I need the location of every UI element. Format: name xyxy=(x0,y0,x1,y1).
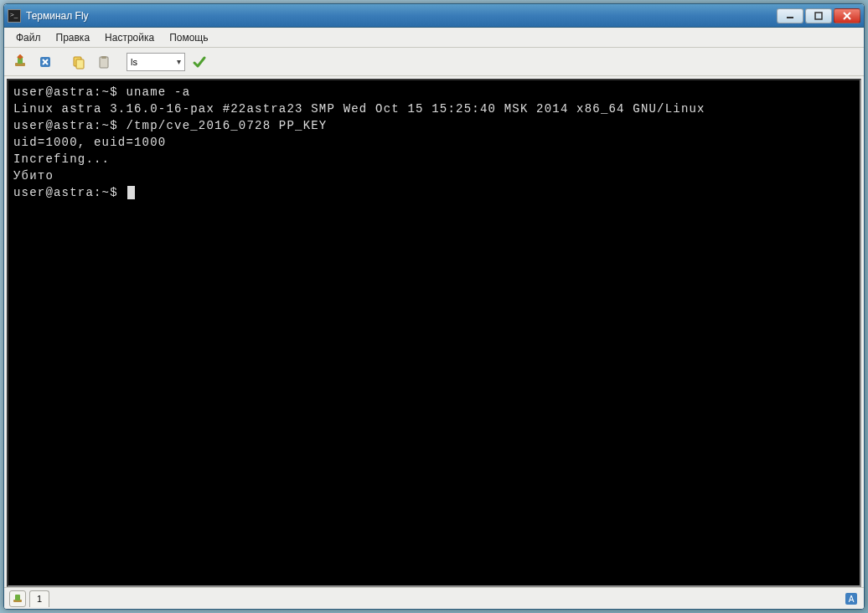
command-combo[interactable]: ls xyxy=(127,53,185,71)
svg-text:A: A xyxy=(849,595,855,604)
terminal-cursor xyxy=(127,186,135,199)
close-tab-button[interactable] xyxy=(34,51,56,73)
checkmark-icon xyxy=(192,54,207,70)
close-tab-icon xyxy=(38,54,53,70)
paste-button[interactable] xyxy=(93,51,115,73)
new-tab-small-icon xyxy=(12,593,23,605)
menu-edit[interactable]: Правка xyxy=(49,29,97,46)
toolbar: ls xyxy=(4,48,864,76)
app-icon xyxy=(8,9,21,23)
run-button[interactable] xyxy=(189,51,210,73)
new-tab-icon xyxy=(13,54,28,70)
close-button[interactable] xyxy=(834,8,860,23)
new-tab-button[interactable] xyxy=(9,51,31,73)
maximize-icon xyxy=(814,12,823,20)
svg-rect-15 xyxy=(15,595,20,600)
menu-settings[interactable]: Настройка xyxy=(98,29,161,46)
encoding-button[interactable]: A xyxy=(844,591,859,606)
titlebar[interactable]: Терминал Fly xyxy=(4,4,864,28)
command-combo-value: ls xyxy=(131,57,137,67)
terminal-container: user@astra:~$ uname -a Linux astra 3.16.… xyxy=(4,76,864,587)
menu-help[interactable]: Помощь xyxy=(163,29,214,46)
window-controls xyxy=(777,8,860,23)
close-icon xyxy=(843,12,851,20)
copy-icon xyxy=(71,54,86,70)
svg-rect-11 xyxy=(76,59,84,69)
terminal-output[interactable]: user@astra:~$ uname -a Linux astra 3.16.… xyxy=(7,79,861,587)
statusbar: 1 A xyxy=(4,587,864,609)
svg-rect-13 xyxy=(101,56,106,59)
minimize-icon xyxy=(786,12,794,20)
svg-rect-1 xyxy=(815,13,822,19)
encoding-icon: A xyxy=(845,592,858,605)
tab-1[interactable]: 1 xyxy=(29,590,49,607)
menu-file[interactable]: Файл xyxy=(9,29,48,46)
terminal-window: Терминал Fly Файл Правка Настройка Помощ… xyxy=(3,3,865,610)
maximize-button[interactable] xyxy=(805,8,832,23)
tab-label: 1 xyxy=(37,594,42,604)
status-new-tab-button[interactable] xyxy=(9,590,26,607)
window-title: Терминал Fly xyxy=(26,10,777,22)
paste-icon xyxy=(96,54,111,70)
minimize-button[interactable] xyxy=(777,8,803,23)
menubar: Файл Правка Настройка Помощь xyxy=(4,28,864,48)
copy-button[interactable] xyxy=(68,51,90,73)
